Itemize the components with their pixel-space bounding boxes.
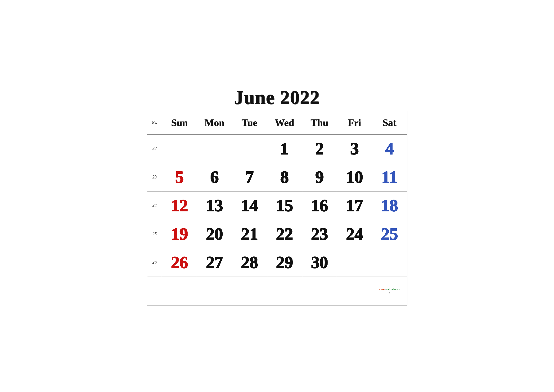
week-row: 2412131415161718 <box>147 191 407 220</box>
day-cell <box>337 277 372 305</box>
day-cell: 28 <box>232 248 267 277</box>
day-cell: 14 <box>232 191 267 220</box>
day-cell: 23 <box>302 220 337 248</box>
day-cell <box>197 277 232 305</box>
day-cell: 30 <box>302 248 337 277</box>
day-cell <box>162 277 197 305</box>
day-cell: 26 <box>162 248 197 277</box>
week-number: 24 <box>147 191 162 220</box>
header-sat: Sat <box>372 111 407 135</box>
week-number <box>147 277 162 305</box>
week-row: 262627282930 <box>147 248 407 277</box>
header-tue: Tue <box>232 111 267 135</box>
day-cell: 29 <box>267 248 302 277</box>
day-cell: 24 <box>337 220 372 248</box>
day-cell: 20 <box>197 220 232 248</box>
day-cell: 4 <box>372 135 407 163</box>
day-cell <box>267 277 302 305</box>
day-cell: 3 <box>337 135 372 163</box>
week-row: 23567891011 <box>147 163 407 191</box>
day-cell: 16 <box>302 191 337 220</box>
header-sun: Sun <box>162 111 197 135</box>
day-cell: 22 <box>267 220 302 248</box>
watermark: wheniscalendars.com <box>373 287 406 294</box>
day-cell: 2 <box>302 135 337 163</box>
day-cell: 7 <box>232 163 267 191</box>
week-number: 22 <box>147 135 162 163</box>
header-thu: Thu <box>302 111 337 135</box>
day-cell <box>372 248 407 277</box>
day-cell <box>302 277 337 305</box>
week-row: 221234 <box>147 135 407 163</box>
day-cell: 25 <box>372 220 407 248</box>
day-cell: 12 <box>162 191 197 220</box>
header-mon: Mon <box>197 111 232 135</box>
calendar-table: No. Sun Mon Tue Wed Thu Fri Sat 22123423… <box>147 111 407 306</box>
day-cell: 21 <box>232 220 267 248</box>
calendar-container: June 2022 No. Sun Mon Tue Wed Thu Fri Sa… <box>147 87 407 306</box>
day-cell: 9 <box>302 163 337 191</box>
header-wed: Wed <box>267 111 302 135</box>
week-row: 2519202122232425 <box>147 220 407 248</box>
day-cell: 11 <box>372 163 407 191</box>
day-cell <box>162 135 197 163</box>
calendar-title: June 2022 <box>147 87 407 108</box>
day-cell: 27 <box>197 248 232 277</box>
calendar-body: 2212342356789101124121314151617182519202… <box>147 135 407 305</box>
day-cell: 15 <box>267 191 302 220</box>
day-cell: 18 <box>372 191 407 220</box>
header-no: No. <box>147 111 162 135</box>
day-cell: 8 <box>267 163 302 191</box>
header-fri: Fri <box>337 111 372 135</box>
day-cell <box>337 248 372 277</box>
header-row: No. Sun Mon Tue Wed Thu Fri Sat <box>147 111 407 135</box>
week-number: 23 <box>147 163 162 191</box>
day-cell <box>197 135 232 163</box>
day-cell: 1 <box>267 135 302 163</box>
week-number: 25 <box>147 220 162 248</box>
day-cell: 19 <box>162 220 197 248</box>
day-cell: 5 <box>162 163 197 191</box>
day-cell: 13 <box>197 191 232 220</box>
day-cell: 10 <box>337 163 372 191</box>
week-row: wheniscalendars.com <box>147 277 407 305</box>
day-cell: wheniscalendars.com <box>372 277 407 305</box>
day-cell: 6 <box>197 163 232 191</box>
day-cell: 17 <box>337 191 372 220</box>
day-cell <box>232 135 267 163</box>
week-number: 26 <box>147 248 162 277</box>
day-cell <box>232 277 267 305</box>
